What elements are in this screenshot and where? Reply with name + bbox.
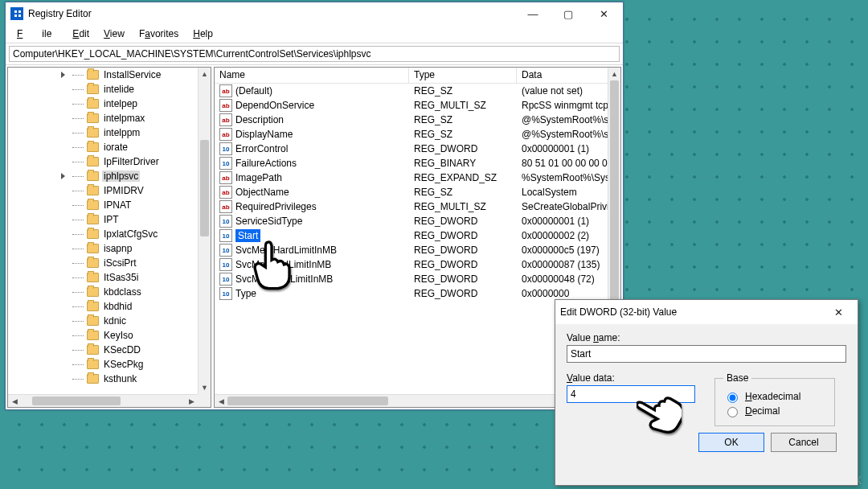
tree-item-label: kbdclass <box>102 286 143 298</box>
scroll-up-icon[interactable]: ▲ <box>199 68 211 80</box>
address-input[interactable] <box>9 46 620 62</box>
list-row[interactable]: DescriptionREG_SZ@%SystemRoot%\sy <box>215 113 608 127</box>
tree-scrollbar-h-thumb[interactable] <box>32 397 121 405</box>
tree-item[interactable]: kbdhid <box>87 299 198 314</box>
tree-item[interactable]: KSecPkg <box>87 357 198 372</box>
list-row[interactable]: DependOnServiceREG_MULTI_SZRpcSS winmgmt… <box>215 98 608 113</box>
dialog-titlebar[interactable]: Edit DWORD (32-bit) Value ✕ <box>555 300 858 324</box>
list-scrollbar-h-thumb[interactable] <box>227 397 388 405</box>
value-name: RequiredPrivileges <box>235 201 317 212</box>
value-type: REG_MULTI_SZ <box>409 100 517 111</box>
menu-edit[interactable]: Edit <box>66 27 96 41</box>
dec-radio-input[interactable] <box>727 407 738 417</box>
list-row[interactable]: ErrorControlREG_DWORD0x00000001 (1) <box>215 142 608 156</box>
tree-item[interactable]: iScsiPrt <box>87 256 198 270</box>
folder-icon <box>87 84 99 94</box>
minimize-button[interactable]: — <box>515 2 551 25</box>
list-row[interactable]: SvcMemHardLimitInMBREG_DWORD0x000000c5 (… <box>215 243 608 257</box>
scroll-up-icon[interactable]: ▲ <box>608 68 620 80</box>
scroll-left-icon[interactable]: ◀ <box>8 395 21 407</box>
close-button[interactable]: ✕ <box>586 2 621 25</box>
value-data-input[interactable] <box>567 385 695 403</box>
tree-item[interactable]: intelide <box>87 82 198 97</box>
list-row[interactable]: ObjectNameREG_SZLocalSystem <box>215 185 608 199</box>
menu-favorites[interactable]: Favorites <box>133 27 185 41</box>
value-data: LocalSystem <box>517 187 608 198</box>
tree-item[interactable]: kbdclass <box>87 285 198 299</box>
value-data: 0x000000c5 (197) <box>517 244 608 256</box>
maximize-button[interactable]: ▢ <box>551 2 586 25</box>
menu-help[interactable]: Help <box>186 27 219 41</box>
scroll-left-icon[interactable]: ◀ <box>215 395 227 407</box>
value-name-input[interactable] <box>567 345 846 363</box>
tree-item-label: IPNAT <box>102 199 133 211</box>
tree-item[interactable]: ksthunk <box>87 372 198 386</box>
value-name: Start <box>235 229 260 242</box>
tree-item[interactable]: KSecDD <box>87 343 198 357</box>
value-data: (value not set) <box>517 85 608 97</box>
value-type: REG_SZ <box>409 187 517 198</box>
dword-icon <box>219 287 232 300</box>
list-row[interactable]: FailureActionsREG_BINARY80 51 01 00 00 0… <box>215 156 608 171</box>
list-row[interactable]: SvcMemSoftLimitInMBREG_DWORD0x00000048 (… <box>215 272 608 286</box>
titlebar[interactable]: Registry Editor — ▢ ✕ <box>6 2 623 25</box>
radio-decimal[interactable]: Decimal <box>723 405 826 417</box>
folder-icon <box>87 258 99 268</box>
tree-item-label: KSecDD <box>102 344 142 355</box>
cancel-button[interactable]: Cancel <box>771 433 837 452</box>
tree-item[interactable]: kdnic <box>87 314 198 328</box>
tree-item[interactable]: iphlpsvc <box>87 169 198 183</box>
dialog-title: Edit DWORD (32-bit) Value <box>560 306 821 318</box>
menu-file[interactable]: File <box>10 27 64 41</box>
scroll-right-icon[interactable]: ▶ <box>185 395 198 407</box>
tree-scrollbar-thumb[interactable] <box>200 140 209 236</box>
list-row[interactable]: StartREG_DWORD0x00000002 (2) <box>215 228 608 243</box>
dialog-close-button[interactable]: ✕ <box>821 301 856 323</box>
menu-view[interactable]: View <box>97 27 131 41</box>
value-data: 80 51 01 00 00 00 00 0 <box>517 158 608 169</box>
list-row[interactable]: ImagePathREG_EXPAND_SZ%SystemRoot%\Syst <box>215 171 608 185</box>
tree-horizontal-scrollbar[interactable]: ◀ ▶ <box>8 394 198 407</box>
list-row[interactable]: ServiceSidTypeREG_DWORD0x00000001 (1) <box>215 214 608 228</box>
ok-button[interactable]: OK <box>698 433 764 452</box>
list-row[interactable]: (Default)REG_SZ(value not set) <box>215 84 608 98</box>
value-type: REG_SZ <box>409 114 517 125</box>
list-row[interactable]: TypeREG_DWORD0x0000000 <box>215 286 608 301</box>
string-icon <box>219 200 232 213</box>
tree-item[interactable]: IpFilterDriver <box>87 154 198 169</box>
list-row[interactable]: RequiredPrivilegesREG_MULTI_SZSeCreateGl… <box>215 199 608 214</box>
list-header[interactable]: Name Type Data <box>215 68 620 84</box>
tree-item[interactable]: InstallService <box>87 68 198 82</box>
list-horizontal-scrollbar[interactable]: ◀ ▶ <box>215 394 608 407</box>
column-data[interactable]: Data <box>517 68 620 83</box>
menu-bar: File Edit View Favorites Help <box>6 25 623 43</box>
tree-item-label: iphlpsvc <box>102 171 140 182</box>
string-icon <box>219 128 232 141</box>
tree-item[interactable]: IpxlatCfgSvc <box>87 227 198 241</box>
tree-item[interactable]: ItSas35i <box>87 270 198 285</box>
column-type[interactable]: Type <box>409 68 517 83</box>
tree-item[interactable]: IPMIDRV <box>87 183 198 198</box>
list-row[interactable]: SvcMemMidLimitInMBREG_DWORD0x00000087 (1… <box>215 257 608 272</box>
radio-hexadecimal[interactable]: Hexadecimal <box>723 390 826 403</box>
value-type: REG_DWORD <box>409 259 517 270</box>
value-type: REG_BINARY <box>409 158 517 169</box>
tree-item[interactable]: KeyIso <box>87 328 198 343</box>
scroll-down-icon[interactable]: ▼ <box>199 381 211 394</box>
list-row[interactable]: DisplayNameREG_SZ@%SystemRoot%\sy <box>215 127 608 142</box>
hex-radio-input[interactable] <box>727 392 738 403</box>
string-icon <box>219 186 232 199</box>
tree-item[interactable]: iorate <box>87 140 198 154</box>
column-name[interactable]: Name <box>215 68 409 83</box>
value-type: REG_DWORD <box>409 230 517 241</box>
folder-icon <box>87 200 99 210</box>
tree-item[interactable]: isapnp <box>87 241 198 256</box>
tree-vertical-scrollbar[interactable]: ▲ ▼ <box>198 68 211 394</box>
tree-item[interactable]: intelpep <box>87 97 198 111</box>
tree-pane[interactable]: InstallServiceintelideintelpepintelpmaxi… <box>7 67 211 408</box>
tree-item[interactable]: IPT <box>87 212 198 227</box>
tree-item[interactable]: intelpmax <box>87 111 198 125</box>
value-name: DependOnService <box>235 100 314 111</box>
tree-item[interactable]: intelppm <box>87 125 198 140</box>
tree-item[interactable]: IPNAT <box>87 198 198 212</box>
